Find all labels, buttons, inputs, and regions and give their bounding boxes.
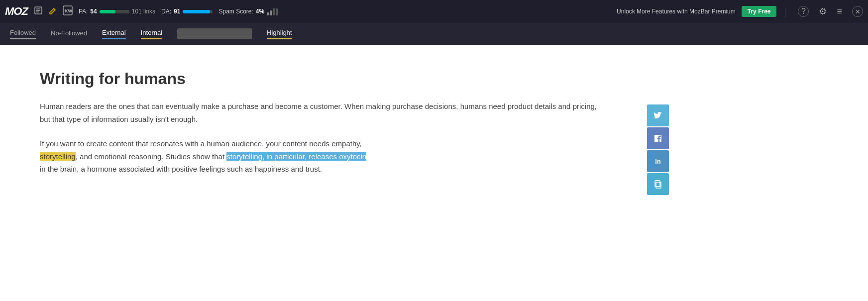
svg-text:KW: KW — [65, 8, 72, 13]
pa-progress-fill — [100, 10, 115, 13]
pa-value: 54 — [90, 8, 97, 15]
topbar: MOZ KW PA: 54 101 links DA: 91 — [0, 0, 868, 23]
pa-metric: PA: 54 101 links — [79, 8, 155, 15]
edit-icon[interactable] — [49, 6, 57, 16]
nav-external[interactable]: External — [102, 29, 126, 39]
moz-logo: MOZ — [5, 5, 28, 18]
linkedin-button[interactable]: in — [647, 150, 669, 172]
links-value: 101 links — [132, 8, 155, 15]
nav-followed[interactable]: Followed — [10, 29, 36, 39]
spam-bar-1 — [267, 12, 269, 15]
pa-progress-bar — [100, 10, 129, 13]
settings-icon[interactable]: ⚙ — [819, 6, 827, 17]
para2-after: in the brain, a hormone associated with … — [40, 165, 322, 173]
nav-highlight[interactable]: Highlight — [267, 29, 292, 39]
para2-before: If you want to create content that reson… — [40, 139, 362, 148]
close-icon[interactable]: ✕ — [852, 6, 863, 17]
da-progress-fill — [183, 10, 210, 13]
spam-label: Spam Score: — [218, 8, 253, 15]
navbar: Followed No-Followed External Internal H… — [0, 23, 868, 45]
spam-value: 4% — [256, 8, 264, 15]
nav-no-followed[interactable]: No-Followed — [51, 29, 87, 39]
copy-button[interactable] — [647, 173, 669, 195]
pa-label: PA: — [79, 8, 88, 15]
para2-highlight-blue: storytelling, in particular, releases ox… — [226, 152, 366, 161]
topbar-divider — [785, 6, 785, 16]
nav-internal[interactable]: Internal — [141, 29, 162, 39]
try-free-button[interactable]: Try Free — [742, 6, 777, 17]
da-progress-bar — [183, 10, 213, 13]
spam-bar-2 — [270, 10, 272, 15]
page-analysis-icon[interactable] — [34, 6, 43, 17]
facebook-button[interactable] — [647, 127, 669, 149]
menu-icon[interactable]: ≡ — [837, 6, 842, 17]
twitter-button[interactable] — [647, 104, 669, 126]
para2-middle: , and emotional reasoning. Studies show … — [76, 152, 224, 161]
help-icon[interactable]: ? — [798, 6, 809, 17]
article-para-2: If you want to create content that reson… — [40, 137, 607, 176]
da-label: DA: — [161, 8, 171, 15]
article-para-1: Human readers are the ones that can even… — [40, 100, 607, 125]
premium-text: Unlock More Features with MozBar Premium — [617, 8, 736, 15]
linkedin-label: in — [655, 158, 661, 165]
content-area: Writing for humans Human readers are the… — [0, 45, 647, 294]
spam-bars — [267, 7, 278, 15]
para2-highlight-yellow: storytelling — [40, 152, 76, 161]
social-sidebar: in — [647, 45, 674, 294]
keyword-icon[interactable]: KW — [63, 5, 73, 17]
article-title: Writing for humans — [40, 70, 607, 88]
da-metric: DA: 91 — [161, 8, 213, 15]
spam-bar-4 — [276, 8, 278, 15]
spam-bar-3 — [273, 8, 275, 15]
nav-search-input[interactable] — [177, 28, 252, 39]
main-content: Writing for humans Human readers are the… — [0, 45, 868, 294]
da-value: 91 — [174, 8, 180, 15]
spam-metric: Spam Score: 4% — [218, 7, 278, 15]
